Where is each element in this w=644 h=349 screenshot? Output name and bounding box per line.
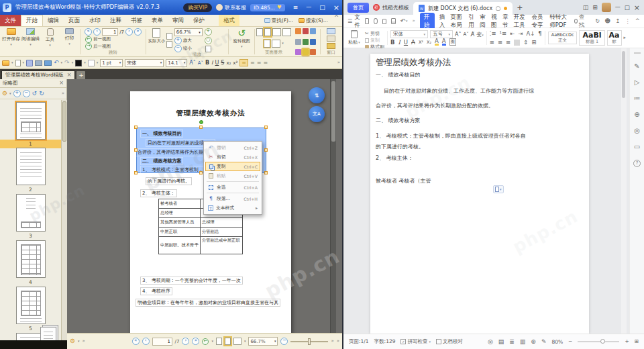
eye-protect-icon[interactable]: ◎ (488, 339, 493, 345)
assistant-icon[interactable]: ⊕ (634, 111, 639, 118)
align-center-button[interactable]: ≡ (250, 60, 255, 66)
measure-icon[interactable] (303, 39, 309, 45)
thumb-rotate-right-icon[interactable]: ↻ (39, 91, 44, 97)
account-id-badge[interactable]: ID:485... ♥ (250, 4, 285, 11)
ribbon-collapse-icon[interactable]: ^ (331, 15, 342, 26)
menu-protect[interactable]: 保护 (189, 15, 209, 26)
stroke-width-select[interactable]: 1 pt▾ (100, 59, 123, 67)
align-left-button[interactable]: ≡ (239, 59, 248, 66)
docer-tab[interactable]: 稻 找稻壳模板 (373, 4, 409, 11)
char-border-button[interactable]: 圈 (449, 38, 456, 46)
status-more-icon-1[interactable]: » (331, 339, 333, 344)
status-fit-page-icon[interactable] (225, 338, 231, 345)
thumb-zoom-out-icon[interactable]: − (23, 90, 30, 97)
quickbar-more-icon[interactable]: » (413, 19, 415, 23)
thumbnail-page-3[interactable]: 3 (0, 194, 61, 240)
status-zoom-out-icon[interactable]: − (280, 338, 288, 345)
new-doc-tab-button[interactable]: + (517, 4, 523, 11)
context-menu-cut[interactable]: ✂ 剪切Ctrl+X (205, 152, 260, 162)
indent-button[interactable]: ⇥ (518, 30, 523, 37)
sort-button[interactable]: A↓ (526, 30, 535, 37)
ai-helper-icon[interactable]: ◎ (634, 128, 640, 134)
wps-minimize-button[interactable]: — (615, 5, 621, 10)
style-normal[interactable]: AaBbCcDc 正文 (548, 32, 578, 44)
maximize-button[interactable]: □ (319, 5, 325, 11)
status-more-icon-2[interactable]: » (337, 339, 339, 344)
adjust-sliders-icon[interactable]: ≔ (634, 95, 641, 102)
superscript-button[interactable]: X² (419, 40, 423, 45)
increase-font-button[interactable]: A˄ (189, 60, 195, 66)
number-list-button[interactable]: ¹≡ (500, 30, 507, 37)
status-two-page-icon[interactable] (233, 338, 241, 345)
collapse-ribbon-icon[interactable]: ≡ (293, 5, 299, 11)
more-menu-icon[interactable]: ⋮ (625, 18, 631, 24)
web-view-icon[interactable]: ▥ (520, 339, 526, 345)
book-view-icon[interactable] (272, 40, 280, 48)
menu-review[interactable]: 审阅 (168, 15, 189, 26)
snapshot-icon[interactable] (295, 28, 301, 34)
subscript-button[interactable]: x₂ (226, 60, 231, 66)
status-prev-page-icon[interactable]: ‹ (142, 338, 150, 345)
formatbar-more-icon[interactable]: » (337, 60, 340, 65)
paste-options-button[interactable]: ▾ (493, 185, 504, 193)
menu-file[interactable]: 文件 (0, 15, 21, 26)
scroll-page-icon[interactable] (264, 40, 270, 48)
page-number-input[interactable] (102, 28, 118, 36)
wps-maximize-button[interactable]: □ (625, 5, 630, 11)
panel-close-icon[interactable]: × (59, 81, 64, 86)
word-count[interactable]: 字数:129 (374, 338, 396, 345)
dots-grid-icon[interactable] (295, 39, 301, 45)
thumbnail-page-4[interactable]: 4 (0, 240, 61, 287)
open-save-button[interactable]: 打开保存▾ (1, 28, 21, 46)
context-menu-undo[interactable]: ↶ 撤销Ctrl+Z (205, 143, 260, 152)
align-justify-button[interactable]: ≡ (263, 60, 268, 66)
loupe-icon[interactable] (205, 46, 211, 52)
strike-button[interactable]: A (411, 39, 415, 46)
status-options-icon[interactable]: ⚙ (70, 338, 75, 344)
ocr-icon[interactable] (303, 49, 309, 55)
two-page-scroll-icon[interactable] (282, 28, 291, 36)
split-view-icon[interactable]: ◫ (583, 5, 589, 11)
styles-more-icon[interactable]: ▸ (624, 36, 627, 40)
rotate-handle-icon[interactable] (199, 120, 203, 124)
wps-zoom-slider[interactable] (578, 341, 619, 342)
shrink-font-button[interactable]: A˅ (463, 32, 468, 37)
cursor-tool-icon[interactable] (295, 49, 301, 55)
thumbnail-page-2[interactable]: 2 (0, 148, 61, 194)
grid-icon[interactable] (310, 28, 316, 34)
collapse-toolbar-icon[interactable]: ^ (635, 18, 640, 24)
copy-button[interactable]: 复制 (365, 37, 384, 44)
zoom-out-icon[interactable]: − (174, 45, 182, 52)
outline-view-icon[interactable]: ≣ (509, 339, 515, 345)
wps-tab-view[interactable]: 视图 (491, 13, 498, 30)
wps-tab-member[interactable]: 会员专享 (532, 13, 545, 30)
read-mode-icon[interactable]: ▭ (634, 144, 640, 150)
context-menu-text-style[interactable]: T 文本样式▸ (205, 203, 260, 213)
quick-save-icon[interactable] (365, 18, 369, 24)
context-menu-select-all[interactable]: 全选Ctrl+A (205, 183, 260, 192)
underline-button[interactable]: U (215, 60, 219, 66)
panel-scrollbar[interactable] (61, 100, 67, 340)
stroke-color-swatch[interactable] (88, 60, 95, 66)
align-right-button[interactable]: ≡ (506, 39, 511, 46)
undo-icon[interactable]: ↶ (54, 60, 59, 66)
font-size-select[interactable]: 14.1▾ (166, 59, 187, 67)
wps-tab-review[interactable]: 审阅 (480, 13, 486, 30)
font-family-select[interactable]: 宋体▾ (390, 30, 428, 38)
last-page-icon[interactable]: » (134, 28, 142, 36)
font-size-select[interactable]: 五号▾ (430, 30, 453, 38)
float-prev-next-button[interactable]: ⇅ (309, 87, 325, 103)
new-window-icon[interactable] (327, 28, 335, 34)
thumbnail-page-1[interactable]: 1 (0, 102, 61, 148)
wps-page[interactable]: 管理层绩效考核办法 一、 绩效考核目的 目的在于对激励对象的业绩、工作态度、工作… (370, 54, 589, 334)
cut-button[interactable]: ✂剪切 (365, 30, 384, 37)
quick-print-icon[interactable] (44, 60, 52, 66)
float-translate-button[interactable]: 文A (309, 106, 325, 122)
show-marks-button[interactable]: ¶ (538, 31, 541, 37)
wps-tab-devtools[interactable]: 开发工具 (514, 13, 527, 30)
prev-page-icon[interactable]: ‹ (93, 28, 101, 36)
paste-button[interactable]: 粘贴▾ (346, 30, 362, 46)
palette-icon[interactable] (310, 49, 316, 55)
next-page-icon[interactable]: › (125, 28, 133, 36)
wps-tab-home[interactable]: 开始 (420, 13, 435, 30)
